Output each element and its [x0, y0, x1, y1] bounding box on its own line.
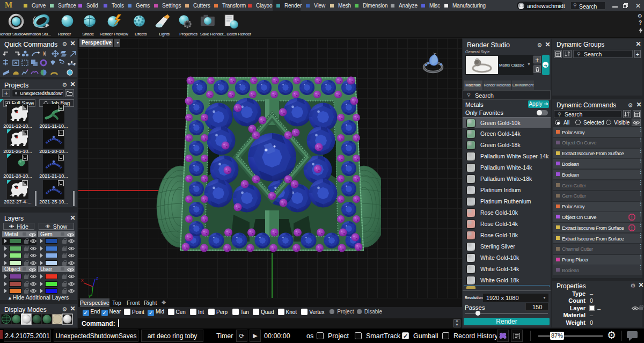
svg-text:x: x	[81, 278, 84, 283]
svg-text:y: y	[89, 293, 91, 298]
svg-text:z: z	[96, 275, 99, 281]
